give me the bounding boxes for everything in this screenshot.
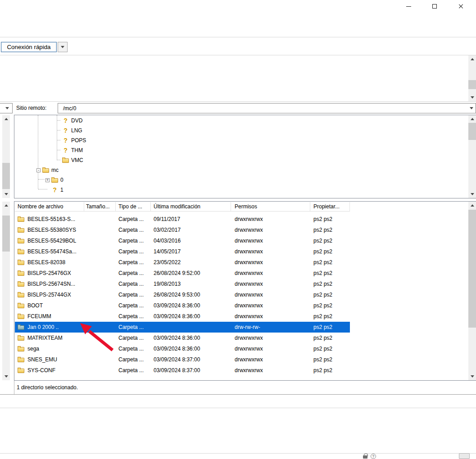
- scroll-up-arrow[interactable]: [2, 202, 10, 209]
- file-type: Carpeta ...: [116, 292, 151, 298]
- file-row[interactable]: SYS-CONF Carpeta ... 03/09/2024 8:37:00 …: [15, 365, 350, 376]
- file-type: Carpeta ...: [116, 302, 151, 309]
- file-row[interactable]: BESLES-55429BOL Carpeta ... 04/03/2016 d…: [15, 235, 350, 246]
- tree-item-label: DVD: [71, 117, 82, 124]
- column-header[interactable]: Tamaño...: [84, 202, 116, 211]
- scroll-down-arrow[interactable]: [468, 190, 476, 198]
- file-name: BISLPS-25744GX: [27, 292, 71, 298]
- remote-list-scrollbar[interactable]: [468, 202, 476, 380]
- tree-item-icon: [62, 157, 69, 164]
- status-text: 1 directorio seleccionado.: [17, 384, 78, 391]
- remote-tree-list: ? DVD ? LNG ? POPS ? THM VMC - mc + 0 ? …: [15, 116, 468, 195]
- tree-item[interactable]: ? LNG: [15, 126, 468, 135]
- file-owner: ps2 ps2: [310, 367, 350, 374]
- tree-item-label: POPS: [71, 137, 86, 144]
- left-tree-scrollbar[interactable]: [2, 115, 10, 198]
- file-row[interactable]: BESLES-55474Sa... Carpeta ... 14/05/2017…: [15, 246, 350, 257]
- scroll-down-arrow[interactable]: [2, 373, 10, 380]
- triangle-down-icon: [5, 375, 8, 378]
- remote-path-dropdown[interactable]: [467, 107, 476, 109]
- triangle-up-icon: [5, 204, 8, 207]
- file-row[interactable]: sega Carpeta ... 03/09/2024 8:36:00 drwx…: [15, 343, 350, 354]
- close-button[interactable]: [450, 0, 471, 13]
- file-name: BOOT: [27, 302, 43, 309]
- file-row[interactable]: BESLES-82038 Carpeta ... 23/05/2022 drwx…: [15, 257, 350, 268]
- tree-item[interactable]: ? 1: [15, 185, 468, 195]
- column-header[interactable]: Permisos: [231, 202, 310, 211]
- tree-expander-icon[interactable]: +: [45, 178, 50, 182]
- file-row[interactable]: BISLPS-25674SN... Carpeta ... 19/08/2013…: [15, 279, 350, 289]
- folder-icon: [42, 168, 49, 173]
- scroll-down-arrow[interactable]: [2, 190, 10, 198]
- scroll-up-arrow[interactable]: [468, 55, 476, 63]
- column-header-label: Tipo de ...: [118, 203, 142, 210]
- file-modified: 26/08/2024 9:53:00: [151, 292, 231, 298]
- help-icon[interactable]: ?: [371, 454, 376, 459]
- message-log-scrollbar[interactable]: [468, 55, 476, 101]
- file-row[interactable]: FCEUMM Carpeta ... 03/09/2024 8:36:00 dr…: [15, 311, 350, 322]
- column-header[interactable]: Propietar...: [310, 202, 350, 211]
- left-list-scrollbar[interactable]: [2, 202, 10, 380]
- filezilla-window: Conexión rápida Sitio remoto: /mc/0 ? DV…: [0, 0, 476, 459]
- quickconnect-button[interactable]: Conexión rápida: [1, 42, 57, 52]
- column-header[interactable]: Nombre de archivo: [15, 202, 84, 211]
- file-row[interactable]: SNES_EMU Carpeta ... 03/09/2024 8:37:00 …: [15, 354, 350, 365]
- file-row[interactable]: BOOT Carpeta ... 03/09/2024 8:36:00 drwx…: [15, 300, 350, 311]
- minimize-button[interactable]: [398, 0, 419, 13]
- scroll-up-arrow[interactable]: [468, 202, 476, 209]
- scroll-up-arrow[interactable]: [2, 115, 10, 123]
- quickconnect-dropdown-button[interactable]: [58, 42, 68, 52]
- file-row[interactable]: BESLES-55163-S... Carpeta ... 09/11/2017…: [15, 214, 350, 225]
- file-type: Carpeta ...: [116, 238, 151, 244]
- scrollbar-thumb[interactable]: [468, 80, 476, 89]
- file-row[interactable]: BISLPS-25744GX Carpeta ... 26/08/2024 9:…: [15, 289, 350, 300]
- scrollbar-thumb[interactable]: [2, 163, 10, 189]
- file-owner: ps2 ps2: [310, 270, 350, 276]
- file-row[interactable]: BESLES-55380SYS Carpeta ... 03/02/2017 d…: [15, 225, 350, 235]
- remote-tree-scrollbar[interactable]: [468, 115, 476, 198]
- file-row[interactable]: Jan 0 2000 .. Carpeta ... drw-rw-rw- ps2…: [15, 322, 350, 333]
- folder-icon: [18, 336, 24, 341]
- toolbar-divider-top: [0, 37, 476, 37]
- triangle-down-icon: [471, 96, 474, 99]
- statusbar-divider: [0, 453, 476, 454]
- folder-icon: [18, 325, 24, 330]
- file-modified: 09/11/2017: [151, 216, 231, 222]
- column-header-label: Tamaño...: [86, 203, 110, 210]
- maximize-button[interactable]: [424, 0, 445, 13]
- file-owner: ps2 ps2: [310, 302, 350, 309]
- file-type: Carpeta ...: [116, 356, 151, 363]
- scrollbar-thumb[interactable]: [468, 123, 476, 140]
- scroll-up-arrow[interactable]: [468, 115, 476, 123]
- column-header[interactable]: Tipo de ...: [116, 202, 151, 211]
- file-name-cell: BESLES-55163-S...: [15, 216, 84, 222]
- tree-item[interactable]: ? DVD: [15, 116, 468, 126]
- file-modified: 03/02/2017: [151, 227, 231, 233]
- tree-item[interactable]: + 0: [15, 175, 468, 185]
- scrollbar-thumb[interactable]: [2, 216, 10, 252]
- scrollbar-thumb[interactable]: [468, 210, 476, 328]
- file-name-cell: BISLPS-25476GX: [15, 270, 84, 276]
- remote-site-combobox[interactable]: /mc/0: [58, 103, 476, 113]
- local-site-combobox-partial[interactable]: [0, 103, 13, 113]
- file-owner: ps2 ps2: [310, 281, 350, 287]
- file-modified: 03/09/2024 8:37:00: [151, 356, 231, 363]
- close-icon: [458, 4, 463, 9]
- folder-icon: [18, 261, 24, 265]
- column-header[interactable]: Última modificación: [151, 202, 231, 211]
- scroll-down-arrow[interactable]: [468, 373, 476, 380]
- tree-item[interactable]: VMC: [15, 155, 468, 165]
- scroll-down-arrow[interactable]: [468, 94, 476, 101]
- tree-item-label: VMC: [71, 157, 83, 163]
- file-row[interactable]: BISLPS-25476GX Carpeta ... 26/08/2024 9:…: [15, 268, 350, 279]
- tree-item[interactable]: - mc: [15, 165, 468, 175]
- folder-icon: [18, 347, 24, 351]
- file-row[interactable]: MATRIXTEAM Carpeta ... 03/09/2024 8:36:0…: [15, 333, 350, 343]
- remote-path-value: /mc/0: [58, 105, 467, 112]
- maximize-icon: [432, 4, 437, 9]
- triangle-up-icon: [471, 58, 474, 60]
- tree-expander-icon[interactable]: -: [36, 168, 41, 172]
- tree-item[interactable]: ? THM: [15, 145, 468, 155]
- file-type: Carpeta ...: [116, 313, 151, 320]
- tree-item[interactable]: ? POPS: [15, 135, 468, 145]
